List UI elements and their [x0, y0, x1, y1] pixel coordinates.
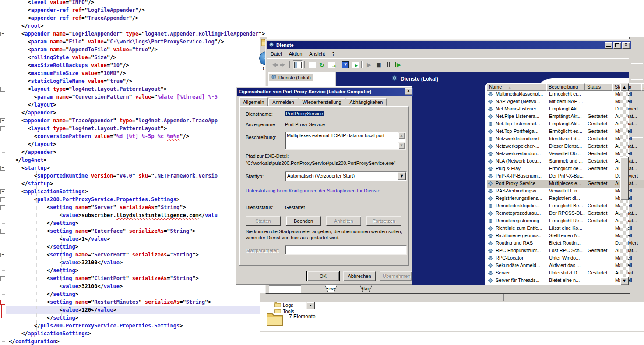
code-line: <maxSizeRollBackups value="10"/>: [6, 61, 129, 69]
fold-toggle-icon[interactable]: −: [0, 189, 5, 194]
results-pane-banner: Dienste (Lokal): [391, 75, 438, 82]
tab-abhaengigkeiten[interactable]: Abhängigkeiten: [346, 98, 387, 106]
cell-name: Server für Threads...: [496, 277, 545, 283]
cell-status: Gestartet: [588, 121, 614, 126]
services-titlebar[interactable]: Dienste ×: [267, 41, 631, 49]
stop-button[interactable]: Beenden: [286, 216, 321, 226]
column-header-status[interactable]: Status: [585, 83, 612, 91]
back-icon[interactable]: [269, 61, 278, 69]
fold-toggle-icon[interactable]: −: [0, 276, 5, 281]
tab-erweitert[interactable]: Erweitert: [325, 285, 337, 292]
dialog-title: Eigenschaften von Port Proxy Service (Lo…: [239, 89, 371, 94]
gear-icon: [488, 181, 493, 186]
close-button[interactable]: ×: [622, 42, 630, 49]
minimize-button[interactable]: [605, 42, 612, 49]
cell-start: Manuell: [615, 277, 642, 283]
pause-service-icon[interactable]: [384, 61, 393, 69]
chevron-down-icon[interactable]: ▼: [398, 172, 406, 180]
scroll-down-icon[interactable]: ▼: [398, 142, 405, 149]
scroll-down-button[interactable]: ▼: [620, 277, 629, 285]
cell-name: Remotedesktopdie...: [496, 203, 545, 208]
cell-start: Automat...: [615, 270, 642, 275]
dialog-titlebar[interactable]: Eigenschaften von Port Proxy Service (Lo…: [237, 88, 413, 96]
cell-name: Netzwerklistendienst: [496, 136, 545, 141]
gear-icon: [488, 151, 493, 156]
tab-anmelden[interactable]: Anmelden: [268, 98, 298, 106]
tree-item-dienste-lokal[interactable]: Dienste (Lokal): [269, 74, 313, 81]
menu-ansicht[interactable]: Ansicht: [306, 50, 328, 57]
show-console-tree-icon[interactable]: [293, 60, 303, 69]
fold-toggle-icon[interactable]: −: [0, 197, 5, 202]
cell-start: Manuell: [615, 128, 642, 134]
fold-toggle-icon[interactable]: −: [0, 229, 5, 234]
cell-desc: Mit dem NAP-...: [549, 99, 586, 104]
startoptions-help-link[interactable]: Unterstützung beim Konfigurieren der Sta…: [246, 188, 380, 193]
column-header-name[interactable]: Name▲: [487, 83, 546, 91]
fold-toggle-icon[interactable]: −: [0, 32, 5, 36]
column-header-beschreibung[interactable]: Beschreibung: [546, 83, 585, 91]
cell-desc: Empfängt Akt...: [549, 106, 586, 111]
cell-name: Plug & Play: [496, 166, 545, 171]
help-icon[interactable]: ?: [341, 61, 350, 69]
starttype-combobox[interactable]: Automatisch (Verzögerter Start) ▼: [285, 171, 407, 181]
code-area[interactable]: <level value="INFO"/><appender-ref ref="…: [6, 0, 269, 345]
xml-editor[interactable]: <level value="INFO"/><appender-ref ref="…: [0, 0, 271, 345]
cell-start: Deaktiviert: [615, 240, 642, 245]
scroll-up-icon[interactable]: ▲: [398, 132, 405, 139]
cell-desc: Ermöglicht Be...: [549, 203, 586, 208]
start-button[interactable]: Starten: [246, 216, 281, 226]
start-service-icon[interactable]: ▶: [365, 61, 373, 69]
window-title: Dienste: [276, 43, 294, 48]
fold-toggle-icon[interactable]: −: [0, 205, 5, 210]
cell-start: Manuell: [615, 233, 642, 238]
startparams-input[interactable]: [285, 245, 407, 255]
export-list-icon[interactable]: →: [327, 61, 336, 69]
ok-button[interactable]: OK: [307, 271, 339, 281]
folder-icon: [266, 311, 284, 327]
tab-allgemein[interactable]: Allgemein: [239, 97, 268, 106]
pause-button[interactable]: Anhalten: [326, 216, 361, 226]
gear-icon: [488, 218, 493, 224]
refresh-icon[interactable]: ↻: [317, 61, 326, 69]
tab-standard[interactable]: Standard: [360, 285, 372, 292]
cell-start: Automat...: [615, 210, 642, 216]
gear-icon: [488, 241, 493, 246]
forward-icon[interactable]: [279, 61, 288, 69]
menu-datei[interactable]: Datei: [267, 50, 285, 57]
scrollbar-thumb[interactable]: [620, 157, 629, 200]
fold-toggle-icon[interactable]: −: [0, 126, 5, 131]
fold-toggle-icon[interactable]: −: [0, 166, 5, 171]
cell-start: Manuell: [615, 225, 642, 231]
fold-toggle-icon[interactable]: −: [0, 253, 5, 257]
column-header-anmelden-als[interactable]: Anmelden als: [641, 83, 644, 91]
fold-toggle-icon[interactable]: −: [0, 87, 5, 92]
stop-service-icon[interactable]: ■: [374, 61, 383, 69]
service-name-value[interactable]: PortProxyService: [285, 111, 324, 116]
vertical-scrollbar[interactable]: ▲ ▼: [620, 83, 628, 285]
show-taskpad-icon[interactable]: ▶: [351, 61, 359, 69]
cancel-button[interactable]: Abbrechen: [343, 271, 376, 281]
scroll-up-button[interactable]: ▲: [620, 83, 629, 91]
menu-aktion[interactable]: Aktion: [285, 50, 306, 57]
editor-fold-gutter[interactable]: −−−−−−−−−−−−: [0, 0, 6, 345]
code-line: <param name="File" value="C:\work\logs\P…: [6, 38, 224, 46]
code-line: <value>subscriber.lloydslistintelligence…: [6, 211, 218, 219]
tab-wiederherstellung[interactable]: Wiederherstellung: [299, 98, 345, 106]
menu-hilfe[interactable]: ?: [328, 50, 338, 57]
banner-title: Dienste (Lokal): [401, 76, 438, 82]
service-status-value: Gestartet: [285, 205, 305, 210]
code-line: <setting name="ServerPort" serializeAs="…: [6, 251, 199, 259]
dropdown-arrow-button[interactable]: ▼: [306, 302, 315, 309]
fold-toggle-icon[interactable]: −: [0, 118, 5, 123]
gear-icon: [488, 278, 493, 283]
restart-service-icon[interactable]: ▶: [394, 61, 402, 69]
explorer-tree-item-logs[interactable]: Logs: [274, 302, 293, 308]
gear-icon: [488, 121, 493, 127]
close-icon[interactable]: ×: [405, 88, 412, 95]
maximize-button[interactable]: [613, 42, 621, 49]
properties-icon[interactable]: [308, 61, 317, 69]
indent-guide: [30, 31, 31, 110]
description-field[interactable]: Multiplexes external TCP/IP data on loca…: [285, 132, 406, 150]
resume-button[interactable]: Fortsetzen: [366, 216, 401, 226]
apply-button[interactable]: Übernehmen: [380, 271, 412, 281]
